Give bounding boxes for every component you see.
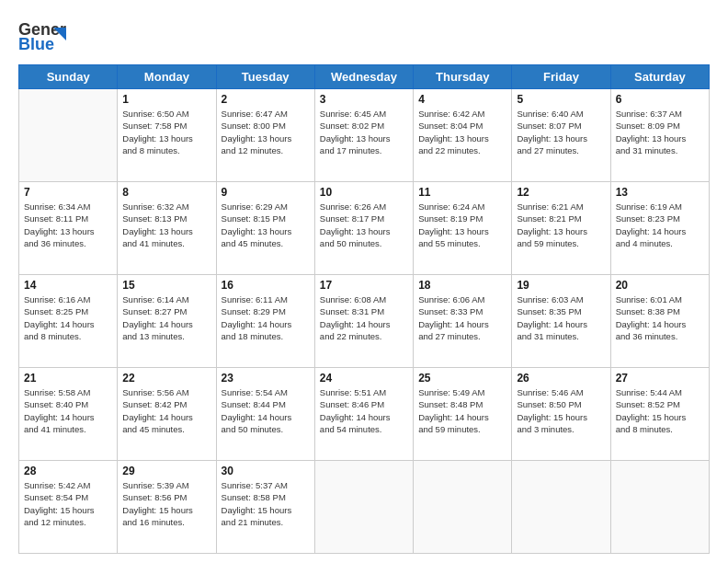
cell-info: Sunrise: 6:34 AM Sunset: 8:11 PM Dayligh… [24,201,112,249]
calendar-cell: 4Sunrise: 6:42 AM Sunset: 8:04 PM Daylig… [414,89,512,182]
cell-info: Sunrise: 5:58 AM Sunset: 8:40 PM Dayligh… [24,386,112,435]
calendar-cell [314,461,413,554]
calendar-cell: 2Sunrise: 6:47 AM Sunset: 8:00 PM Daylig… [216,89,314,182]
day-number: 22 [122,372,210,385]
cell-info: Sunrise: 6:11 AM Sunset: 8:29 PM Dayligh… [222,293,310,342]
calendar-cell: 12Sunrise: 6:21 AM Sunset: 8:21 PM Dayli… [512,182,610,275]
calendar-cell [512,461,610,554]
day-number: 25 [418,372,506,385]
calendar-cell: 17Sunrise: 6:08 AM Sunset: 8:31 PM Dayli… [314,275,413,368]
calendar-cell: 19Sunrise: 6:03 AM Sunset: 8:35 PM Dayli… [512,275,610,368]
day-number: 13 [616,186,704,199]
day-number: 10 [320,186,408,199]
day-number: 24 [320,372,408,385]
day-number: 3 [320,93,408,106]
calendar-week-row: 28Sunrise: 5:42 AM Sunset: 8:54 PM Dayli… [19,461,710,554]
calendar-week-row: 14Sunrise: 6:16 AM Sunset: 8:25 PM Dayli… [19,275,710,368]
cell-info: Sunrise: 5:42 AM Sunset: 8:54 PM Dayligh… [24,479,112,528]
cell-info: Sunrise: 6:26 AM Sunset: 8:17 PM Dayligh… [320,201,408,249]
calendar-table: SundayMondayTuesdayWednesdayThursdayFrid… [18,64,710,554]
calendar-cell: 25Sunrise: 5:49 AM Sunset: 8:48 PM Dayli… [414,368,512,461]
cell-info: Sunrise: 6:21 AM Sunset: 8:21 PM Dayligh… [517,201,605,249]
day-number: 11 [418,186,506,199]
calendar-cell: 30Sunrise: 5:37 AM Sunset: 8:58 PM Dayli… [216,461,314,554]
calendar-cell: 5Sunrise: 6:40 AM Sunset: 8:07 PM Daylig… [512,89,610,182]
weekday-header: Tuesday [216,65,314,89]
calendar-cell: 13Sunrise: 6:19 AM Sunset: 8:23 PM Dayli… [610,182,709,275]
calendar-cell: 8Sunrise: 6:32 AM Sunset: 8:13 PM Daylig… [118,182,216,275]
day-number: 16 [222,279,310,292]
calendar-cell: 18Sunrise: 6:06 AM Sunset: 8:33 PM Dayli… [414,275,512,368]
calendar-cell: 20Sunrise: 6:01 AM Sunset: 8:38 PM Dayli… [610,275,709,368]
day-number: 27 [616,372,704,385]
svg-text:Blue: Blue [18,35,54,53]
cell-info: Sunrise: 5:37 AM Sunset: 8:58 PM Dayligh… [222,479,310,528]
calendar-week-row: 7Sunrise: 6:34 AM Sunset: 8:11 PM Daylig… [19,182,710,275]
cell-info: Sunrise: 6:37 AM Sunset: 8:09 PM Dayligh… [616,108,704,156]
calendar-cell: 14Sunrise: 6:16 AM Sunset: 8:25 PM Dayli… [19,275,118,368]
cell-info: Sunrise: 6:06 AM Sunset: 8:33 PM Dayligh… [418,293,506,342]
cell-info: Sunrise: 5:46 AM Sunset: 8:50 PM Dayligh… [517,386,605,435]
cell-info: Sunrise: 5:51 AM Sunset: 8:46 PM Dayligh… [320,386,408,435]
calendar-cell: 9Sunrise: 6:29 AM Sunset: 8:15 PM Daylig… [216,182,314,275]
day-number: 5 [517,93,605,106]
day-number: 21 [24,372,112,385]
calendar-cell: 7Sunrise: 6:34 AM Sunset: 8:11 PM Daylig… [19,182,118,275]
day-number: 23 [222,372,310,385]
calendar-cell: 11Sunrise: 6:24 AM Sunset: 8:19 PM Dayli… [414,182,512,275]
cell-info: Sunrise: 5:56 AM Sunset: 8:42 PM Dayligh… [122,386,210,435]
day-number: 28 [24,465,112,477]
weekday-header: Sunday [19,65,118,89]
calendar-cell [414,461,512,554]
day-number: 6 [616,93,704,106]
day-number: 12 [517,186,605,199]
cell-info: Sunrise: 6:29 AM Sunset: 8:15 PM Dayligh… [222,201,310,249]
weekday-header: Wednesday [314,65,413,89]
calendar-cell: 29Sunrise: 5:39 AM Sunset: 8:56 PM Dayli… [118,461,216,554]
calendar-cell: 3Sunrise: 6:45 AM Sunset: 8:02 PM Daylig… [314,89,413,182]
calendar-week-row: 1Sunrise: 6:50 AM Sunset: 7:58 PM Daylig… [19,89,710,182]
cell-info: Sunrise: 5:39 AM Sunset: 8:56 PM Dayligh… [122,479,210,528]
cell-info: Sunrise: 5:44 AM Sunset: 8:52 PM Dayligh… [616,386,704,435]
weekday-header: Friday [512,65,610,89]
calendar-cell: 23Sunrise: 5:54 AM Sunset: 8:44 PM Dayli… [216,368,314,461]
calendar-cell: 15Sunrise: 6:14 AM Sunset: 8:27 PM Dayli… [118,275,216,368]
logo-icon: General Blue [18,15,66,55]
day-number: 26 [517,372,605,385]
cell-info: Sunrise: 6:19 AM Sunset: 8:23 PM Dayligh… [616,201,704,249]
calendar-cell: 21Sunrise: 5:58 AM Sunset: 8:40 PM Dayli… [19,368,118,461]
day-number: 9 [222,186,310,199]
calendar-cell: 1Sunrise: 6:50 AM Sunset: 7:58 PM Daylig… [118,89,216,182]
cell-info: Sunrise: 6:24 AM Sunset: 8:19 PM Dayligh… [418,201,506,249]
header: General Blue [18,15,710,55]
day-number: 20 [616,279,704,292]
calendar-cell: 6Sunrise: 6:37 AM Sunset: 8:09 PM Daylig… [610,89,709,182]
calendar-cell: 26Sunrise: 5:46 AM Sunset: 8:50 PM Dayli… [512,368,610,461]
weekday-header: Thursday [414,65,512,89]
weekday-header-row: SundayMondayTuesdayWednesdayThursdayFrid… [19,65,710,89]
calendar-cell: 24Sunrise: 5:51 AM Sunset: 8:46 PM Dayli… [314,368,413,461]
day-number: 7 [24,186,112,199]
day-number: 30 [222,465,310,477]
day-number: 15 [122,279,210,292]
calendar-week-row: 21Sunrise: 5:58 AM Sunset: 8:40 PM Dayli… [19,368,710,461]
weekday-header: Monday [118,65,216,89]
cell-info: Sunrise: 6:47 AM Sunset: 8:00 PM Dayligh… [222,108,310,156]
day-number: 18 [418,279,506,292]
cell-info: Sunrise: 5:54 AM Sunset: 8:44 PM Dayligh… [222,386,310,435]
cell-info: Sunrise: 6:40 AM Sunset: 8:07 PM Dayligh… [517,108,605,156]
calendar-cell [610,461,709,554]
day-number: 8 [122,186,210,199]
day-number: 29 [122,465,210,477]
day-number: 17 [320,279,408,292]
calendar-cell: 16Sunrise: 6:11 AM Sunset: 8:29 PM Dayli… [216,275,314,368]
cell-info: Sunrise: 5:49 AM Sunset: 8:48 PM Dayligh… [418,386,506,435]
day-number: 19 [517,279,605,292]
cell-info: Sunrise: 6:08 AM Sunset: 8:31 PM Dayligh… [320,293,408,342]
calendar-cell: 27Sunrise: 5:44 AM Sunset: 8:52 PM Dayli… [610,368,709,461]
weekday-header: Saturday [610,65,709,89]
calendar-cell: 22Sunrise: 5:56 AM Sunset: 8:42 PM Dayli… [118,368,216,461]
cell-info: Sunrise: 6:01 AM Sunset: 8:38 PM Dayligh… [616,293,704,342]
day-number: 2 [222,93,310,106]
page: General Blue SundayMondayTuesdayWednesda… [0,0,728,563]
